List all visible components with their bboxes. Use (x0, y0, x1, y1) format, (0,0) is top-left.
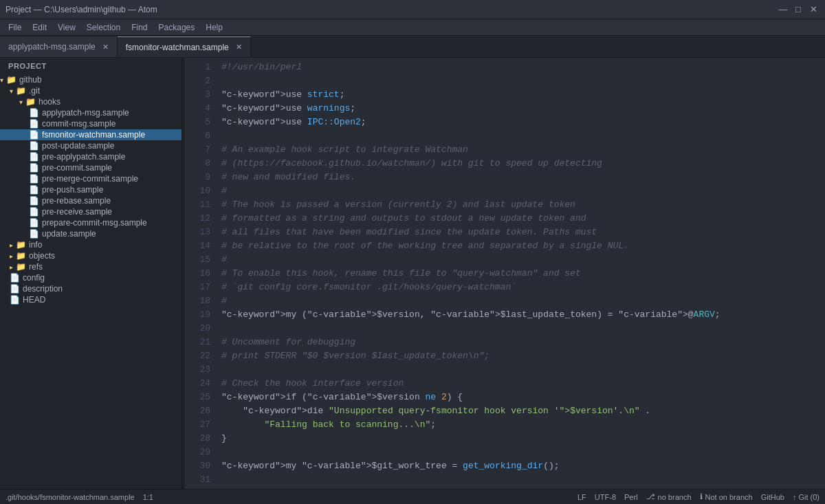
tree-item-prepush[interactable]: 📄pre-push.sample (0, 184, 182, 195)
line-number: 30 (185, 459, 210, 473)
code-line[interactable]: "c-keyword">die "Unsupported query-fsmon… (221, 404, 825, 418)
code-line[interactable]: } (221, 432, 825, 446)
branch-status[interactable]: ⎇ no branch (646, 492, 692, 501)
encoding[interactable]: UTF-8 (595, 493, 616, 501)
menu-item-packages[interactable]: Packages (153, 19, 201, 36)
code-line[interactable]: # print STDERR "$0 $version $last_update… (221, 349, 825, 363)
grammar[interactable]: Perl (624, 493, 638, 501)
tab-label: fsmonitor-watchman.sample (126, 43, 229, 52)
code-line[interactable]: "c-keyword">use strict; (221, 88, 825, 102)
tree-item-HEAD[interactable]: 📄HEAD (0, 294, 182, 305)
tree-item-git[interactable]: ▾📁.git (0, 85, 182, 96)
code-line[interactable] (221, 363, 825, 377)
line-ending[interactable]: LF (578, 493, 586, 501)
title-bar-text: Project — C:\Users\admin\github — Atom (6, 5, 157, 14)
minimize-button[interactable]: — (777, 3, 789, 16)
tab-label: applypatch-msg.sample (8, 42, 96, 52)
line-number: 17 (185, 281, 210, 294)
code-editor[interactable]: 1234567891011121314151617181920212223242… (185, 58, 825, 489)
menu-item-help[interactable]: Help (200, 19, 228, 36)
close-button[interactable]: ✕ (807, 3, 820, 16)
maximize-button[interactable]: □ (792, 3, 804, 16)
code-line[interactable]: # formatted as a string and outputs to s… (221, 212, 825, 226)
tab-fsmonitor-watchman-sample[interactable]: fsmonitor-watchman.sample✕ (118, 36, 251, 57)
info-icon: ℹ (700, 492, 703, 501)
tree-label: fsmonitor-watchman.sample (42, 130, 145, 140)
code-line[interactable]: "c-keyword">use IPC::Open2; (221, 116, 825, 129)
code-line[interactable]: # (https://facebook.github.io/watchman/)… (221, 157, 825, 171)
code-line[interactable]: # The hook is passed a version (currentl… (221, 198, 825, 212)
cursor-position[interactable]: 1:1 (143, 493, 153, 501)
code-line[interactable]: "c-keyword">use warnings; (221, 102, 825, 116)
tab-close-icon[interactable]: ✕ (102, 43, 109, 52)
file-icon: 📄 (10, 284, 20, 294)
git-status[interactable]: ↑ Git (0) (793, 493, 820, 501)
tree-item-precommit[interactable]: 📄pre-commit.sample (0, 162, 182, 173)
code-line[interactable]: # be relative to the root of the working… (221, 239, 825, 253)
tree-item-info[interactable]: ▸📁info (0, 239, 182, 250)
tree-item-objects[interactable]: ▸📁objects (0, 250, 182, 261)
code-line[interactable]: # (221, 253, 825, 267)
line-number: 21 (185, 336, 210, 349)
code-line[interactable]: # Check the hook interface version (221, 377, 825, 391)
tab-close-icon[interactable]: ✕ (236, 43, 242, 52)
code-line[interactable]: # To enable this hook, rename this file … (221, 267, 825, 281)
tree-label: pre-receive.sample (42, 207, 112, 217)
github-status[interactable]: GitHub (761, 493, 784, 501)
code-line[interactable]: # An example hook script to integrate Wa… (221, 143, 825, 157)
tab-applypatch-msg-sample[interactable]: applypatch-msg.sample✕ (0, 36, 118, 57)
menu-bar: FileEditViewSelectionFindPackagesHelp (0, 19, 825, 36)
folder-arrow-icon: ▾ (0, 76, 3, 84)
code-line[interactable]: # all files that have been modified sinc… (221, 226, 825, 239)
tree-item-refs[interactable]: ▸📁refs (0, 261, 182, 272)
tree-item-postupdate[interactable]: 📄post-update.sample (0, 140, 182, 151)
code-line[interactable]: # (221, 184, 825, 198)
folder-arrow-icon: ▾ (19, 98, 23, 106)
code-line[interactable] (221, 129, 825, 143)
code-line[interactable]: "c-keyword">if ("c-variable">$version ne… (221, 391, 825, 404)
code-line[interactable]: # new and modified files. (221, 171, 825, 184)
tree-item-applypatch[interactable]: 📄applypatch-msg.sample (0, 107, 182, 118)
code-line[interactable]: #!/usr/bin/perl (221, 61, 825, 74)
branch-name: no branch (658, 493, 692, 501)
tab-bar: applypatch-msg.sample✕fsmonitor-watchman… (0, 36, 825, 58)
code-line[interactable] (221, 473, 825, 487)
code-line[interactable] (221, 322, 825, 336)
tree-item-description[interactable]: 📄description (0, 283, 182, 294)
code-line[interactable] (221, 74, 825, 88)
menu-item-find[interactable]: Find (126, 19, 153, 36)
line-number: 12 (185, 212, 210, 226)
tree-item-hooks[interactable]: ▾📁hooks (0, 96, 182, 107)
code-line[interactable]: "c-keyword">my ("c-variable">$version, "… (221, 308, 825, 322)
not-on-branch-status[interactable]: ℹ Not on branch (700, 492, 753, 501)
menu-item-selection[interactable]: Selection (81, 19, 126, 36)
sidebar: Project ▾📁github▾📁.git▾📁hooks📄applypatch… (0, 58, 182, 489)
tree-item-prereceive[interactable]: 📄pre-receive.sample (0, 206, 182, 217)
tree-item-preparecommit[interactable]: 📄prepare-commit-msg.sample (0, 217, 182, 228)
tree-item-github[interactable]: ▾📁github (0, 74, 182, 85)
file-path-status[interactable]: .git/hooks/fsmonitor-watchman.sample (6, 493, 135, 501)
folder-icon: 📁 (16, 86, 26, 96)
tree-label: pre-applypatch.sample (42, 152, 125, 162)
code-line[interactable]: "c-keyword">my "c-variable">$git_work_tr… (221, 459, 825, 473)
file-icon: 📄 (29, 218, 39, 228)
tree-item-preapplypatch[interactable]: 📄pre-applypatch.sample (0, 151, 182, 162)
menu-item-file[interactable]: File (3, 19, 27, 36)
tree-item-config[interactable]: 📄config (0, 272, 182, 283)
tree-item-premerge[interactable]: 📄pre-merge-commit.sample (0, 173, 182, 184)
code-line[interactable] (221, 446, 825, 459)
code-line[interactable]: # Uncomment for debugging (221, 336, 825, 349)
tree-item-commit[interactable]: 📄commit-msg.sample (0, 118, 182, 129)
tree-label: pre-commit.sample (42, 163, 112, 173)
tree-item-update[interactable]: 📄update.sample (0, 228, 182, 239)
code-content[interactable]: #!/usr/bin/perl "c-keyword">use strict;"… (216, 61, 825, 489)
code-line[interactable]: # (221, 294, 825, 308)
tree-item-prerebase[interactable]: 📄pre-rebase.sample (0, 195, 182, 206)
code-line[interactable]: "Falling back to scanning...\n"; (221, 418, 825, 432)
menu-item-edit[interactable]: Edit (27, 19, 52, 36)
file-icon: 📄 (10, 295, 20, 305)
tree-item-fsmonitor[interactable]: 📄fsmonitor-watchman.sample (0, 129, 182, 140)
code-line[interactable]: # `git config core.fsmonitor .git/hooks/… (221, 281, 825, 294)
menu-item-view[interactable]: View (52, 19, 81, 36)
tree-label: HEAD (23, 295, 45, 305)
